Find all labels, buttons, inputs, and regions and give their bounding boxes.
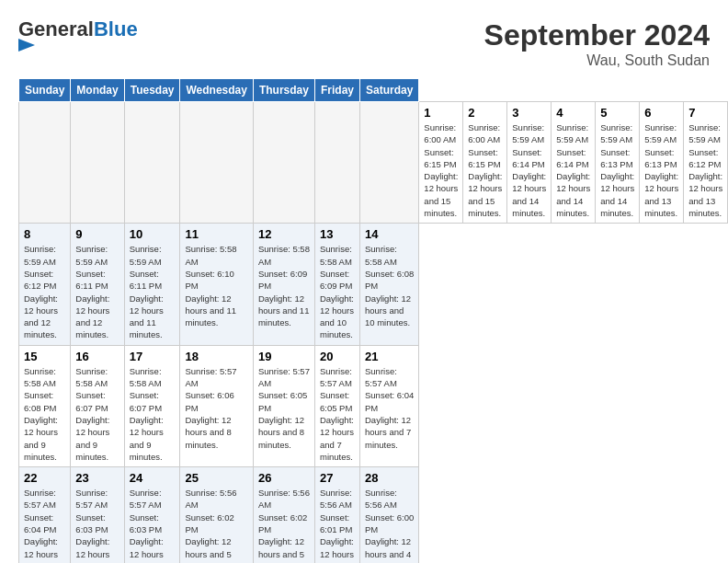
calendar-day-cell: 5Sunrise: 5:59 AMSunset: 6:13 PMDaylight… <box>596 102 640 224</box>
day-number: 9 <box>75 227 119 241</box>
calendar-day-cell: 12Sunrise: 5:58 AMSunset: 6:09 PMDayligh… <box>253 224 314 345</box>
day-info: Sunrise: 5:58 AMSunset: 6:10 PMDaylight:… <box>185 243 247 328</box>
day-number: 1 <box>424 106 458 120</box>
day-number: 20 <box>320 350 355 363</box>
logo-text: GeneralBlue <box>18 18 138 52</box>
calendar-day-cell <box>124 102 180 224</box>
day-number: 27 <box>320 471 355 485</box>
calendar-week-row: 22Sunrise: 5:57 AMSunset: 6:04 PMDayligh… <box>19 467 728 563</box>
day-info: Sunrise: 6:00 AMSunset: 6:15 PMDaylight:… <box>424 121 458 219</box>
calendar-day-cell <box>71 102 124 224</box>
day-info: Sunrise: 5:57 AMSunset: 6:03 PMDaylight:… <box>75 487 119 563</box>
day-number: 13 <box>320 227 355 241</box>
calendar-day-cell: 13Sunrise: 5:58 AMSunset: 6:09 PMDayligh… <box>314 224 359 345</box>
calendar-day-cell: 28Sunrise: 5:56 AMSunset: 6:00 PMDayligh… <box>359 467 418 563</box>
calendar-day-cell: 26Sunrise: 5:56 AMSunset: 6:02 PMDayligh… <box>253 467 314 563</box>
day-number: 2 <box>468 106 502 120</box>
day-number: 22 <box>24 471 65 485</box>
calendar-day-cell: 11Sunrise: 5:58 AMSunset: 6:10 PMDayligh… <box>180 224 253 345</box>
calendar-day-cell: 1Sunrise: 6:00 AMSunset: 6:15 PMDaylight… <box>419 102 463 224</box>
day-info: Sunrise: 5:59 AMSunset: 6:12 PMDaylight:… <box>24 243 65 340</box>
logo-arrow-icon <box>18 39 35 52</box>
day-number: 19 <box>258 350 310 363</box>
day-number: 8 <box>24 227 65 241</box>
day-info: Sunrise: 5:57 AMSunset: 6:05 PMDaylight:… <box>320 365 355 463</box>
day-number: 26 <box>258 471 310 485</box>
header-monday: Monday <box>71 79 124 102</box>
day-info: Sunrise: 5:57 AMSunset: 6:06 PMDaylight:… <box>185 365 247 451</box>
calendar-week-row: 15Sunrise: 5:58 AMSunset: 6:08 PMDayligh… <box>19 345 728 466</box>
day-info: Sunrise: 5:59 AMSunset: 6:13 PMDaylight:… <box>644 121 678 219</box>
day-info: Sunrise: 5:56 AMSunset: 6:02 PMDaylight:… <box>258 487 310 563</box>
day-number: 12 <box>258 227 310 241</box>
calendar-week-row: 1Sunrise: 6:00 AMSunset: 6:15 PMDaylight… <box>19 102 728 224</box>
calendar-day-cell: 16Sunrise: 5:58 AMSunset: 6:07 PMDayligh… <box>71 345 124 466</box>
calendar-day-cell: 6Sunrise: 5:59 AMSunset: 6:13 PMDaylight… <box>640 102 684 224</box>
header-wednesday: Wednesday <box>180 79 253 102</box>
day-info: Sunrise: 5:59 AMSunset: 6:12 PMDaylight:… <box>688 121 722 219</box>
day-number: 21 <box>365 350 414 363</box>
day-info: Sunrise: 5:58 AMSunset: 6:09 PMDaylight:… <box>320 243 355 340</box>
calendar-day-cell: 20Sunrise: 5:57 AMSunset: 6:05 PMDayligh… <box>314 345 359 466</box>
calendar-day-cell <box>180 102 253 224</box>
calendar: Sunday Monday Tuesday Wednesday Thursday… <box>18 78 728 563</box>
day-number: 10 <box>130 227 176 241</box>
calendar-day-cell: 23Sunrise: 5:57 AMSunset: 6:03 PMDayligh… <box>71 467 124 563</box>
day-info: Sunrise: 5:59 AMSunset: 6:11 PMDaylight:… <box>130 243 176 340</box>
day-number: 18 <box>185 350 247 363</box>
calendar-day-cell: 7Sunrise: 5:59 AMSunset: 6:12 PMDaylight… <box>684 102 728 224</box>
day-info: Sunrise: 5:59 AMSunset: 6:14 PMDaylight:… <box>512 121 546 219</box>
weekday-header-row: Sunday Monday Tuesday Wednesday Thursday… <box>19 79 728 102</box>
calendar-day-cell: 25Sunrise: 5:56 AMSunset: 6:02 PMDayligh… <box>180 467 253 563</box>
day-info: Sunrise: 5:57 AMSunset: 6:05 PMDaylight:… <box>258 365 310 451</box>
day-number: 24 <box>130 471 176 485</box>
day-number: 25 <box>185 471 247 485</box>
day-info: Sunrise: 5:57 AMSunset: 6:03 PMDaylight:… <box>130 487 176 563</box>
day-info: Sunrise: 5:59 AMSunset: 6:13 PMDaylight:… <box>600 121 634 219</box>
day-number: 17 <box>130 350 176 363</box>
day-number: 23 <box>75 471 119 485</box>
calendar-day-cell: 4Sunrise: 5:59 AMSunset: 6:14 PMDaylight… <box>552 102 596 224</box>
calendar-day-cell: 3Sunrise: 5:59 AMSunset: 6:14 PMDaylight… <box>507 102 552 224</box>
calendar-day-cell: 18Sunrise: 5:57 AMSunset: 6:06 PMDayligh… <box>180 345 253 466</box>
calendar-day-cell: 14Sunrise: 5:58 AMSunset: 6:08 PMDayligh… <box>359 224 418 345</box>
calendar-day-cell: 19Sunrise: 5:57 AMSunset: 6:05 PMDayligh… <box>253 345 314 466</box>
day-number: 11 <box>185 227 247 241</box>
day-number: 5 <box>600 106 634 120</box>
day-info: Sunrise: 5:56 AMSunset: 6:00 PMDaylight:… <box>365 487 414 563</box>
calendar-day-cell: 15Sunrise: 5:58 AMSunset: 6:08 PMDayligh… <box>19 345 71 466</box>
calendar-day-cell: 27Sunrise: 5:56 AMSunset: 6:01 PMDayligh… <box>314 467 359 563</box>
day-number: 7 <box>688 106 722 120</box>
day-info: Sunrise: 5:58 AMSunset: 6:07 PMDaylight:… <box>75 365 119 463</box>
day-info: Sunrise: 5:57 AMSunset: 6:04 PMDaylight:… <box>365 365 414 451</box>
title-block: September 2024 Wau, South Sudan <box>484 18 710 69</box>
calendar-day-cell: 2Sunrise: 6:00 AMSunset: 6:15 PMDaylight… <box>463 102 507 224</box>
calendar-day-cell: 17Sunrise: 5:58 AMSunset: 6:07 PMDayligh… <box>124 345 180 466</box>
calendar-day-cell: 10Sunrise: 5:59 AMSunset: 6:11 PMDayligh… <box>124 224 180 345</box>
day-number: 3 <box>512 106 546 120</box>
header: GeneralBlue September 2024 Wau, South Su… <box>18 18 710 69</box>
day-number: 15 <box>24 350 65 363</box>
header-friday: Friday <box>314 79 359 102</box>
page: GeneralBlue September 2024 Wau, South Su… <box>0 0 728 563</box>
day-number: 14 <box>365 227 414 241</box>
day-info: Sunrise: 5:58 AMSunset: 6:09 PMDaylight:… <box>258 243 310 328</box>
day-number: 4 <box>556 106 590 120</box>
calendar-day-cell <box>359 102 418 224</box>
location: Wau, South Sudan <box>484 52 710 69</box>
header-saturday: Saturday <box>359 79 418 102</box>
header-thursday: Thursday <box>253 79 314 102</box>
day-info: Sunrise: 6:00 AMSunset: 6:15 PMDaylight:… <box>468 121 502 219</box>
calendar-day-cell: 8Sunrise: 5:59 AMSunset: 6:12 PMDaylight… <box>19 224 71 345</box>
month-title: September 2024 <box>484 18 710 52</box>
calendar-day-cell: 21Sunrise: 5:57 AMSunset: 6:04 PMDayligh… <box>359 345 418 466</box>
calendar-day-cell: 9Sunrise: 5:59 AMSunset: 6:11 PMDaylight… <box>71 224 124 345</box>
day-number: 28 <box>365 471 414 485</box>
day-info: Sunrise: 5:59 AMSunset: 6:11 PMDaylight:… <box>75 243 119 340</box>
logo: GeneralBlue <box>18 18 138 52</box>
day-info: Sunrise: 5:56 AMSunset: 6:02 PMDaylight:… <box>185 487 247 563</box>
calendar-day-cell <box>314 102 359 224</box>
day-number: 16 <box>75 350 119 363</box>
calendar-day-cell <box>253 102 314 224</box>
day-info: Sunrise: 5:59 AMSunset: 6:14 PMDaylight:… <box>556 121 590 219</box>
